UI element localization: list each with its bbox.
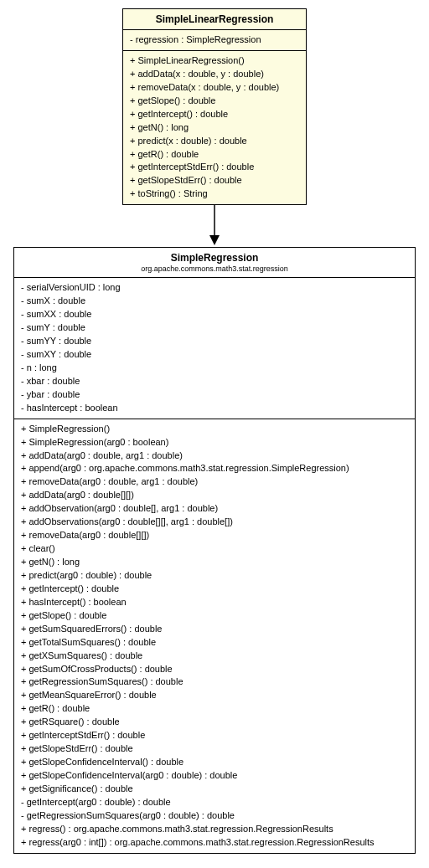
attribute-row: - xbar : double [21,375,408,388]
attribute-row: - sumXY : double [21,348,408,362]
attributes-section: - regression : SimpleRegression [123,30,306,51]
method-row: + getSlopeConfidenceInterval(arg0 : doub… [21,769,408,783]
method-row: + getSignificance() : double [21,783,408,796]
method-row: - getRegressionSumSquares(arg0 : double)… [21,809,408,823]
svg-marker-1 [209,235,220,245]
method-row: + getMeanSquareError() : double [21,689,408,702]
method-row: + getInterceptStdErr() : double [21,729,408,742]
method-row: - getIntercept(arg0 : double) : double [21,796,408,809]
uml-class-simpleregression: SimpleRegression org.apache.commons.math… [13,247,416,853]
method-row: + getSumSquaredErrors() : double [21,623,408,636]
attribute-row: - sumY : double [21,321,408,335]
attribute-row: - hasIntercept : boolean [21,402,408,415]
attribute-row: - ybar : double [21,388,408,402]
method-row: + removeData(arg0 : double, arg1 : doubl… [21,475,408,489]
class-title: SimpleLinearRegression [130,13,299,25]
method-row: + hasIntercept() : boolean [21,596,408,609]
method-row: + regress(arg0 : int[]) : org.apache.com… [21,836,408,850]
method-row: + getR() : double [130,148,299,162]
method-row: + getTotalSumSquares() : double [21,636,408,650]
method-row: + getXSumSquares() : double [21,650,408,663]
class-header: SimpleLinearRegression [123,9,306,30]
method-row: + getSlope() : double [130,95,299,108]
attribute-row: - regression : SimpleRegression [130,33,299,47]
method-row: + clear() [21,542,408,556]
method-row: + addObservations(arg0 : double[][], arg… [21,516,408,529]
method-row: + SimpleLinearRegression() [130,54,299,68]
method-row: + regress() : org.apache.commons.math3.s… [21,823,408,836]
method-row: + getSlopeStdErr() : double [21,742,408,756]
method-row: + getSlope() : double [21,609,408,623]
attribute-row: - serialVersionUID : long [21,281,408,295]
class-package: org.apache.commons.math3.stat.regression [21,265,408,273]
method-row: + getN() : long [21,556,408,569]
method-row: + addData(x : double, y : double) [130,68,299,81]
class-title: SimpleRegression [21,252,408,264]
method-row: + predict(x : double) : double [130,135,299,148]
method-row: + getSlopeConfidenceInterval() : double [21,756,408,769]
method-row: + append(arg0 : org.apache.commons.math3… [21,462,408,475]
method-row: + removeData(arg0 : double[][]) [21,529,408,542]
methods-section: + SimpleLinearRegression()+ addData(x : … [123,51,306,204]
attribute-row: - sumYY : double [21,335,408,348]
attribute-row: - n : long [21,362,408,375]
method-row: + addData(arg0 : double, arg1 : double) [21,449,408,463]
attribute-row: - sumX : double [21,295,408,308]
methods-section: + SimpleRegression()+ SimpleRegression(a… [14,419,415,853]
method-row: + predict(arg0 : double) : double [21,569,408,583]
method-row: + getR() : double [21,702,408,716]
attributes-section: - serialVersionUID : long- sumX : double… [14,278,415,419]
method-row: + removeData(x : double, y : double) [130,81,299,95]
method-row: + getIntercept() : double [130,108,299,121]
uml-class-simplelinearregression: SimpleLinearRegression - regression : Si… [122,8,307,205]
method-row: + getN() : long [130,121,299,135]
attribute-row: - sumXX : double [21,308,408,321]
method-row: + SimpleRegression(arg0 : boolean) [21,436,408,449]
method-row: + addData(arg0 : double[][]) [21,489,408,502]
method-row: + getRSquare() : double [21,716,408,729]
method-row: + getInterceptStdErr() : double [130,161,299,174]
method-row: + getRegressionSumSquares() : double [21,675,408,689]
class-header: SimpleRegression org.apache.commons.math… [14,248,415,278]
method-row: + addObservation(arg0 : double[], arg1 :… [21,502,408,516]
method-row: + getIntercept() : double [21,583,408,596]
method-row: + getSumOfCrossProducts() : double [21,663,408,676]
method-row: + SimpleRegression() [21,423,408,436]
dependency-arrow [8,205,421,247]
method-row: + getSlopeStdErr() : double [130,174,299,187]
method-row: + toString() : String [130,187,299,201]
